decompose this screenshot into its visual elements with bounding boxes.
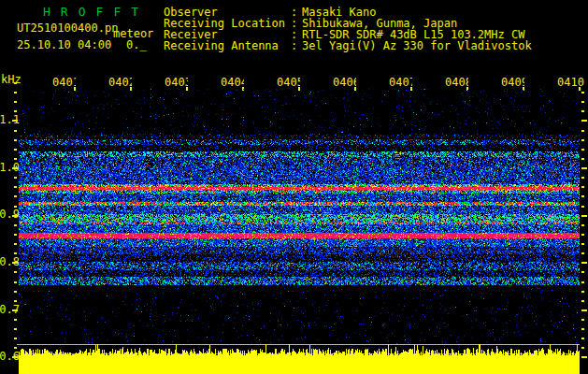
axis-tick — [14, 110, 17, 112]
axis-tick — [14, 158, 17, 160]
axis-tick — [14, 186, 17, 188]
axis-tick — [14, 177, 17, 179]
signal-strip-canvas — [17, 342, 580, 374]
capture-filename: UT2510100400.pn — [17, 22, 118, 35]
axis-tick — [581, 101, 584, 103]
axis-tick — [14, 82, 17, 84]
axis-tick — [12, 309, 18, 311]
axis-tick — [581, 120, 587, 122]
axis-tick — [14, 206, 17, 208]
axis-tick — [581, 215, 587, 217]
axis-tick — [581, 206, 584, 208]
axis-tick — [581, 347, 584, 349]
capture-datetime: 25.10.10 04:00 — [17, 39, 111, 51]
axis-tick — [581, 356, 587, 358]
axis-tick — [14, 252, 17, 254]
axis-tick — [581, 262, 587, 264]
axis-tick — [12, 215, 18, 217]
meta-value: 3el Yagi(V) Az 330 for Vladivostok — [302, 39, 532, 52]
axis-tick — [581, 338, 584, 339]
axis-tick — [14, 281, 17, 283]
axis-tick — [581, 177, 584, 179]
axis-tick — [581, 291, 584, 293]
axis-tick — [14, 92, 17, 94]
axis-tick — [581, 167, 587, 169]
freq-axis-unit: kHz — [1, 74, 22, 86]
meta-colon: : — [291, 39, 297, 52]
axis-tick — [581, 186, 584, 188]
axis-tick — [581, 158, 584, 160]
axis-tick — [12, 120, 18, 122]
progress-counter: 0._ — [126, 39, 147, 51]
axis-tick — [581, 139, 584, 141]
axis-tick — [581, 243, 584, 245]
axis-tick — [14, 319, 17, 321]
axis-tick — [14, 300, 17, 302]
axis-tick — [12, 167, 18, 169]
axis-tick — [14, 101, 17, 103]
spectrogram-canvas — [19, 87, 580, 346]
axis-tick — [581, 328, 584, 330]
meta-row-antenna: Receiving Antenna : 3el Yagi(V) Az 330 f… — [164, 39, 588, 51]
axis-tick — [14, 139, 17, 141]
axis-tick — [581, 300, 584, 302]
axis-tick — [581, 110, 584, 112]
axis-tick — [581, 92, 584, 94]
axis-tick — [14, 328, 17, 330]
meta-label: Receiving Antenna — [164, 39, 279, 52]
hrofft-screen: H R O F F T UT2510100400.pn meteor 25.10… — [0, 0, 588, 374]
axis-tick — [581, 252, 584, 254]
axis-tick — [581, 224, 584, 226]
axis-tick — [12, 262, 18, 264]
axis-tick — [581, 281, 584, 283]
axis-tick — [14, 130, 17, 132]
app-title: H R O F F T — [43, 6, 140, 18]
axis-tick — [14, 234, 17, 236]
axis-tick — [14, 224, 17, 226]
axis-tick — [581, 271, 584, 273]
axis-tick — [14, 195, 17, 197]
axis-tick — [581, 130, 584, 132]
axis-tick — [581, 309, 587, 311]
axis-tick — [581, 234, 584, 236]
axis-tick — [581, 195, 584, 197]
axis-tick — [581, 319, 584, 321]
axis-tick — [14, 338, 17, 339]
axis-tick — [14, 243, 17, 245]
freq-tick-label: 0.9 — [0, 208, 20, 221]
axis-tick — [581, 149, 584, 151]
axis-tick — [14, 271, 17, 273]
axis-tick — [14, 149, 17, 151]
axis-tick — [14, 291, 17, 293]
